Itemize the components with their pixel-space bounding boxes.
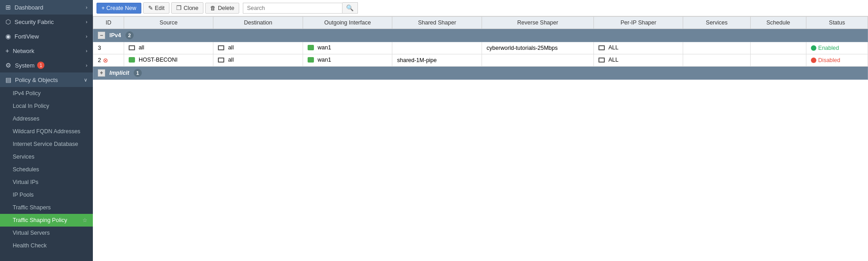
clone-button[interactable]: ❐ Clone: [171, 2, 203, 14]
sidebar-item-system[interactable]: ⚙ System 1 ›: [0, 58, 93, 72]
table-row[interactable]: 2 ⊗ HOST-BECONI all: [93, 54, 868, 67]
sidebar-item-fortiview[interactable]: ◉ FortiView ›: [0, 29, 93, 44]
status-enabled: Enabled: [811, 45, 863, 51]
perip-value: ALL: [608, 44, 618, 51]
sidebar-sub-item-virtual-ips[interactable]: Virtual IPs: [0, 176, 93, 188]
edit-label: Edit: [155, 5, 165, 11]
net-icon: [129, 57, 135, 63]
chevron-right-icon: ›: [86, 5, 87, 10]
col-header-services: Services: [683, 17, 750, 29]
create-new-button[interactable]: + Create New: [96, 3, 141, 14]
sidebar-item-dashboard[interactable]: ⊞ Dashboard ›: [0, 0, 93, 14]
chevron-right-icon: ›: [86, 34, 87, 39]
sub-item-label: Virtual IPs: [13, 179, 39, 185]
sidebar-item-label: Security Fabric: [14, 19, 54, 25]
source-icon-cell: all: [129, 44, 145, 51]
sub-item-label: Traffic Shaping Policy: [13, 217, 67, 223]
sub-item-label: Local In Policy: [13, 103, 49, 109]
disabled-dot: [811, 58, 816, 63]
group-toggle-ipv4[interactable]: −: [98, 32, 105, 39]
row-shared-cell: shared-1M-pipe: [392, 54, 482, 67]
outgoing-value: wan1: [318, 44, 331, 51]
source-icon-cell: HOST-BECONI: [129, 57, 178, 63]
edit-button[interactable]: ✎ Edit: [143, 2, 170, 14]
sidebar-sub-item-schedules[interactable]: Schedules: [0, 163, 93, 176]
outgoing-icon-cell: wan1: [308, 44, 331, 51]
fortiview-icon: ◉: [5, 33, 11, 40]
sub-item-label: Traffic Shapers: [13, 204, 51, 211]
policy-table: ID Source Destination Outgoing Interface…: [93, 16, 868, 80]
toolbar: + Create New ✎ Edit ❐ Clone 🗑 Delete 🔍: [93, 0, 868, 16]
group-row-implicit[interactable]: + Implicit 1: [93, 67, 868, 80]
search-wrapper: 🔍: [243, 2, 358, 14]
source-value: all: [139, 44, 145, 51]
sidebar-item-label: Dashboard: [14, 4, 43, 11]
group-toggle-implicit[interactable]: +: [98, 69, 105, 77]
table-header-row: ID Source Destination Outgoing Interface…: [93, 17, 868, 29]
enabled-dot: [811, 45, 816, 51]
dashboard-icon: ⊞: [5, 4, 11, 11]
dest-value: all: [228, 57, 234, 63]
col-header-per-ip-shaper: Per-IP Shaper: [593, 17, 683, 29]
sidebar-sub-item-services[interactable]: Services: [0, 150, 93, 163]
sub-item-label: IPv4 Policy: [13, 90, 41, 97]
sidebar-sub-item-traffic-shapers[interactable]: Traffic Shapers: [0, 201, 93, 214]
sub-item-label: Internet Service Database: [13, 141, 78, 147]
sidebar-sub-item-ip-pools[interactable]: IP Pools: [0, 188, 93, 201]
perip-icon-cell: ALL: [598, 57, 618, 63]
search-input[interactable]: [243, 3, 342, 14]
row-perip-cell: ALL: [593, 42, 683, 54]
table-container: ID Source Destination Outgoing Interface…: [93, 16, 868, 261]
search-button[interactable]: 🔍: [342, 2, 358, 14]
star-icon: ☆: [82, 217, 87, 223]
table-row[interactable]: 3 all all: [93, 42, 868, 54]
group-label-ipv4: IPv4: [109, 32, 121, 39]
row-reverse-cell: cyberworld-tutorials-25Mbps: [482, 42, 594, 54]
col-header-outgoing: Outgoing Interface: [303, 17, 392, 29]
create-new-label: + Create New: [101, 5, 136, 11]
sidebar-sub-item-ipv4-policy[interactable]: IPv4 Policy: [0, 87, 93, 100]
sub-item-label: Services: [13, 154, 34, 160]
delete-button[interactable]: 🗑 Delete: [205, 3, 239, 14]
delete-label: Delete: [218, 5, 234, 11]
sidebar-item-network[interactable]: + Network ›: [0, 44, 93, 58]
group-label-implicit: Implicit: [109, 70, 129, 76]
error-icon: ⊗: [103, 57, 108, 64]
row-shared-cell: [392, 42, 482, 54]
group-row-ipv4[interactable]: − IPv4 2: [93, 29, 868, 42]
sidebar-item-policy-objects[interactable]: ▤ Policy & Objects ∨: [0, 72, 93, 87]
sidebar-sub-item-virtual-servers[interactable]: Virtual Servers: [0, 227, 93, 239]
row-id-cell: 3: [93, 42, 124, 54]
dest-icon-cell: all: [218, 57, 234, 63]
sub-item-label: Virtual Servers: [13, 230, 50, 236]
monitor-icon: [598, 58, 605, 63]
outgoing-icon-cell: wan1: [308, 57, 331, 63]
sidebar-sub-item-traffic-shaping-policy[interactable]: Traffic Shaping Policy ☆: [0, 214, 93, 227]
sidebar: ⊞ Dashboard › ⬡ Security Fabric › ◉ Fort…: [0, 0, 93, 261]
sidebar-sub-item-health-check[interactable]: Health Check: [0, 239, 93, 252]
chevron-down-icon: ∨: [84, 77, 87, 83]
row-id: 2: [98, 57, 101, 63]
sidebar-item-security-fabric[interactable]: ⬡ Security Fabric ›: [0, 14, 93, 29]
sidebar-sub-item-addresses[interactable]: Addresses: [0, 112, 93, 125]
sidebar-item-label: Policy & Objects: [15, 77, 58, 83]
reverse-value: cyberworld-tutorials-25Mbps: [487, 45, 558, 51]
sub-item-label: Wildcard FQDN Addresses: [13, 128, 80, 135]
policy-objects-icon: ▤: [5, 76, 11, 83]
status-disabled: Disabled: [811, 57, 863, 63]
dest-icon-cell: all: [218, 44, 234, 51]
sidebar-sub-item-wildcard-fqdn[interactable]: Wildcard FQDN Addresses: [0, 125, 93, 138]
row-id: 3: [98, 45, 101, 51]
row-status-cell: Disabled: [806, 54, 868, 67]
chevron-right-icon: ›: [86, 63, 87, 68]
sidebar-sub-item-local-in-policy[interactable]: Local In Policy: [0, 100, 93, 112]
monitor-icon: [129, 45, 135, 50]
search-icon: 🔍: [346, 5, 354, 11]
row-services-cell: [683, 54, 750, 67]
row-id-cell: 2 ⊗: [93, 54, 124, 67]
net-icon: [308, 45, 314, 50]
shared-value: shared-1M-pipe: [397, 57, 437, 63]
col-header-reverse-shaper: Reverse Shaper: [482, 17, 594, 29]
sidebar-sub-item-internet-service-db[interactable]: Internet Service Database: [0, 138, 93, 150]
dest-value: all: [228, 44, 234, 51]
